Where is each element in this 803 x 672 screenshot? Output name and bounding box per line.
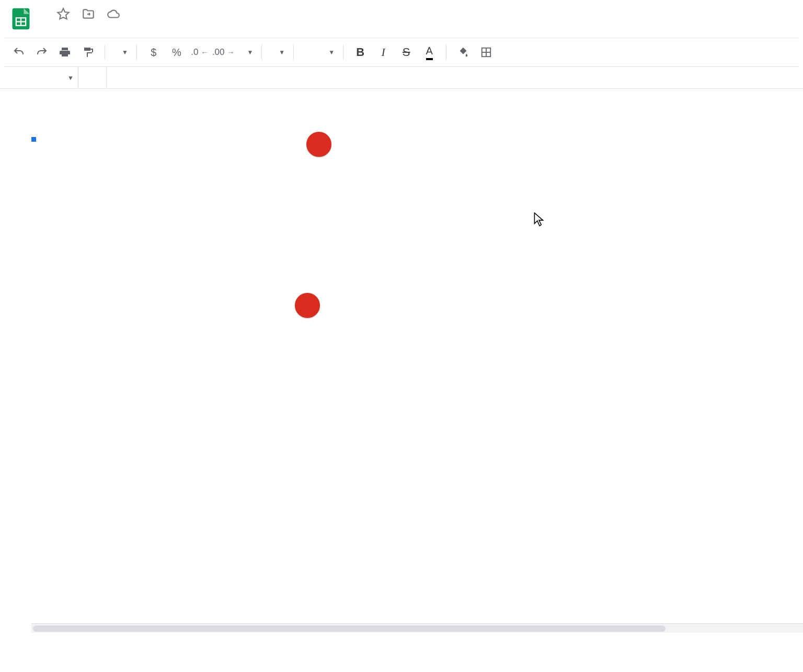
sheets-logo-icon[interactable] [7, 5, 35, 32]
paint-format-button[interactable] [77, 42, 98, 63]
menu-data[interactable] [113, 24, 128, 30]
percent-button[interactable]: % [166, 42, 187, 63]
borders-button[interactable] [476, 42, 497, 63]
toolbar: ▼ $ % .0 ← .00 → ▼ ▼ ▼ B I S A [4, 38, 799, 67]
move-to-folder-icon[interactable] [82, 7, 95, 21]
selection-outline [32, 138, 35, 140]
number-format-dropdown[interactable]: ▼ [236, 42, 255, 63]
bold-button[interactable]: B [350, 42, 371, 63]
cursor-icon [533, 212, 545, 230]
star-icon[interactable] [56, 7, 70, 21]
spreadsheet-grid[interactable] [0, 89, 803, 633]
app-header: ▼ $ % .0 ← .00 → ▼ ▼ ▼ B I S A [0, 0, 803, 67]
currency-button[interactable]: $ [143, 42, 164, 63]
text-color-button[interactable]: A [419, 42, 440, 63]
font-size-dropdown[interactable]: ▼ [300, 42, 337, 63]
horizontal-scrollbar[interactable] [31, 623, 803, 633]
menu-edit[interactable] [54, 24, 69, 30]
annotation-badge-2 [295, 293, 320, 318]
fx-icon [78, 67, 107, 88]
menu-help[interactable] [157, 24, 171, 30]
name-box-input[interactable] [4, 72, 63, 84]
italic-button[interactable]: I [373, 42, 394, 63]
menu-extensions[interactable] [142, 24, 157, 30]
zoom-dropdown[interactable]: ▼ [111, 42, 130, 63]
strikethrough-button[interactable]: S [396, 42, 417, 63]
name-box-caret-icon[interactable]: ▼ [67, 74, 74, 82]
menu-insert[interactable] [84, 24, 98, 30]
redo-button[interactable] [31, 42, 52, 63]
increase-decimal-button[interactable]: .00 → [212, 42, 235, 63]
undo-button[interactable] [8, 42, 29, 63]
formula-input[interactable] [107, 72, 803, 84]
document-title[interactable] [40, 13, 47, 16]
menu-tools[interactable] [128, 24, 142, 30]
fill-color-button[interactable] [453, 42, 474, 63]
font-family-dropdown[interactable]: ▼ [268, 42, 287, 63]
menu-bar [40, 24, 183, 30]
cloud-status-icon[interactable] [107, 7, 120, 21]
formula-bar-row: ▼ [0, 67, 803, 89]
print-button[interactable] [54, 42, 75, 63]
annotation-badge-1 [306, 132, 331, 157]
decrease-decimal-button[interactable]: .0 ← [189, 42, 210, 63]
annotation-1 [306, 132, 339, 157]
menu-file[interactable] [40, 24, 54, 30]
annotation-2 [295, 293, 327, 318]
selection-handle[interactable] [31, 137, 36, 142]
menu-format[interactable] [98, 24, 113, 30]
menu-view[interactable] [69, 24, 84, 30]
name-box[interactable]: ▼ [0, 67, 78, 88]
